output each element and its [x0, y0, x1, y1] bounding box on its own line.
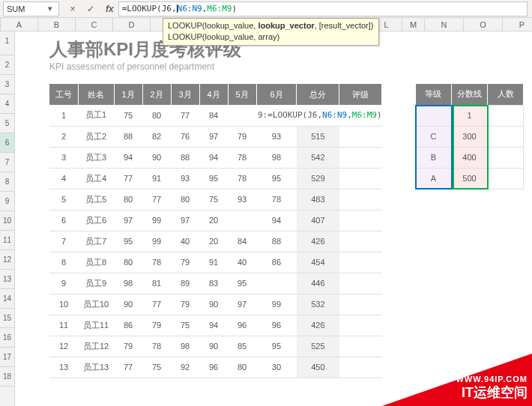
cell-level[interactable]: [339, 357, 382, 378]
cell-month[interactable]: 80: [114, 252, 142, 273]
cell-month[interactable]: 79: [171, 294, 199, 315]
row-header-11[interactable]: 11: [0, 231, 14, 250]
cell-month[interactable]: 77: [114, 168, 142, 189]
cell-month[interactable]: 99: [142, 231, 171, 252]
cell-month[interactable]: 79: [171, 252, 199, 273]
cell-month[interactable]: 77: [171, 105, 199, 126]
cell-month[interactable]: 79: [142, 315, 171, 336]
cell-id[interactable]: 1: [49, 105, 78, 126]
cell-month[interactable]: 75: [171, 315, 199, 336]
cell-name[interactable]: 员工10: [78, 294, 114, 315]
cell-month[interactable]: [256, 273, 297, 294]
name-box-dropdown-icon[interactable]: ▾: [45, 4, 55, 13]
cell-month[interactable]: 97: [228, 294, 256, 315]
cell-count[interactable]: [488, 126, 524, 147]
row-header-9[interactable]: 9: [0, 192, 14, 211]
cell-name[interactable]: 员工12: [78, 336, 114, 357]
col-header-P[interactable]: P: [503, 18, 532, 31]
cell-id[interactable]: 2: [49, 126, 78, 147]
col-header-O[interactable]: O: [464, 18, 503, 31]
cell-month[interactable]: 80: [171, 189, 199, 210]
cell-month[interactable]: 94: [114, 147, 142, 168]
cell-month[interactable]: 95: [199, 168, 228, 189]
cell-month[interactable]: 98: [171, 336, 199, 357]
cell-name[interactable]: 员工9: [78, 273, 114, 294]
cell-month[interactable]: 89: [171, 273, 199, 294]
cell-month[interactable]: 93: [228, 189, 256, 210]
cell-month[interactable]: 76: [171, 126, 199, 147]
cell-month[interactable]: 82: [142, 126, 171, 147]
cell-month[interactable]: 78: [228, 147, 256, 168]
cell-month[interactable]: [228, 105, 256, 126]
cell-level[interactable]: [339, 336, 382, 357]
cell-count[interactable]: [488, 105, 524, 126]
cell-month[interactable]: 83: [199, 273, 228, 294]
cell-month[interactable]: 84: [199, 105, 228, 126]
cell-month[interactable]: 78: [228, 168, 256, 189]
col-header-N[interactable]: N: [425, 18, 464, 31]
cell-name[interactable]: 员工5: [78, 189, 114, 210]
cell-name[interactable]: 员工6: [78, 210, 114, 231]
cell-month[interactable]: 94: [199, 315, 228, 336]
cell-month[interactable]: 98: [256, 147, 297, 168]
row-header-14[interactable]: 14: [0, 289, 14, 309]
cell-level[interactable]: [339, 273, 382, 294]
cell-name[interactable]: 员工13: [78, 357, 114, 378]
cell-month[interactable]: 95: [256, 336, 297, 357]
cell-total[interactable]: 446: [297, 273, 339, 294]
cell-total[interactable]: 426: [297, 231, 339, 252]
cell-id[interactable]: 3: [49, 147, 78, 168]
cell-total[interactable]: 454: [297, 252, 339, 273]
cell-month[interactable]: 78: [256, 189, 297, 210]
cell-month[interactable]: 96: [256, 315, 297, 336]
cell-month[interactable]: 90: [199, 336, 228, 357]
cell-total[interactable]: 542: [297, 147, 339, 168]
cell-total[interactable]: 532: [297, 294, 339, 315]
cell-id[interactable]: 7: [49, 231, 78, 252]
accept-icon[interactable]: ✓: [85, 3, 97, 15]
active-edit-cell[interactable]: 9:=LOOKUP(J6,N6:N9,M6:M9): [256, 105, 382, 126]
row-header-18[interactable]: 18: [0, 367, 14, 387]
cell-id[interactable]: 5: [49, 189, 78, 210]
col-header-B[interactable]: B: [38, 18, 76, 31]
row-header-4[interactable]: 4: [0, 94, 14, 114]
cell-month[interactable]: 20: [199, 210, 228, 231]
row-header-2[interactable]: 2: [0, 55, 14, 75]
cell-name[interactable]: 员工2: [78, 126, 114, 147]
cell-month[interactable]: 96: [199, 357, 228, 378]
cell-month[interactable]: 93: [171, 168, 199, 189]
cell-month[interactable]: 79: [114, 336, 142, 357]
cell-month[interactable]: 86: [256, 252, 297, 273]
cell-level[interactable]: [339, 147, 382, 168]
cell-month[interactable]: 79: [228, 126, 256, 147]
cell-total[interactable]: 525: [297, 336, 339, 357]
cell-month[interactable]: 40: [171, 231, 199, 252]
cell-grade[interactable]: C: [416, 126, 452, 147]
col-header-D[interactable]: D: [113, 18, 151, 31]
cell-month[interactable]: 80: [114, 189, 142, 210]
formula-input[interactable]: =LOOKUP(J6,N6:N9,M6:M9): [118, 1, 528, 16]
cell-total[interactable]: 483: [297, 189, 339, 210]
row-header-17[interactable]: 17: [0, 348, 14, 367]
row-header-8[interactable]: 8: [0, 172, 14, 192]
cell-name[interactable]: 员工4: [78, 168, 114, 189]
cell-level[interactable]: [339, 168, 382, 189]
cell-month[interactable]: 85: [228, 336, 256, 357]
cell-month[interactable]: 91: [142, 168, 171, 189]
row-header-6[interactable]: 6: [0, 133, 14, 153]
cell-total[interactable]: 407: [297, 210, 339, 231]
row-header-12[interactable]: 12: [0, 250, 14, 270]
cell-name[interactable]: 员工8: [78, 252, 114, 273]
cell-month[interactable]: 97: [171, 210, 199, 231]
row-header-15[interactable]: 15: [0, 309, 14, 328]
cell-grade[interactable]: B: [416, 147, 452, 168]
row-header-3[interactable]: 3: [0, 75, 14, 94]
cell-total[interactable]: 529: [297, 168, 339, 189]
row-header-5[interactable]: 5: [0, 114, 14, 133]
cell-grade[interactable]: A: [416, 168, 452, 189]
row-header-13[interactable]: 13: [0, 270, 14, 289]
cell-name[interactable]: 员工11: [78, 315, 114, 336]
cell-total[interactable]: 426: [297, 315, 339, 336]
cell-id[interactable]: 4: [49, 168, 78, 189]
cell-month[interactable]: 20: [199, 231, 228, 252]
